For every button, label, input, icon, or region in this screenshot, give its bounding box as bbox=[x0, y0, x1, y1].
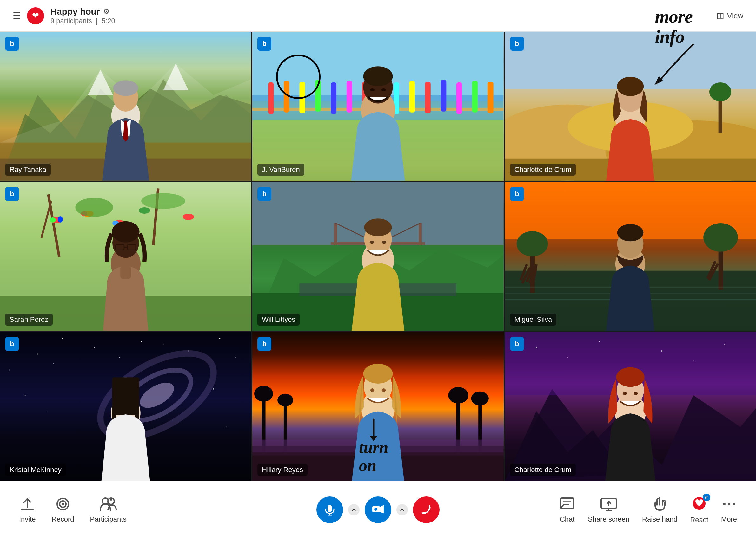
svg-rect-26 bbox=[472, 81, 478, 113]
svg-marker-163 bbox=[380, 505, 384, 513]
raise-hand-icon bbox=[653, 496, 667, 512]
bing-badge: b bbox=[5, 37, 19, 51]
raise-hand-button[interactable]: Raise hand bbox=[642, 496, 677, 523]
participant-name-sarah: Sarah Perez bbox=[5, 313, 53, 326]
grid-view-icon: ⊞ bbox=[716, 10, 724, 21]
view-button[interactable]: ⊞ View bbox=[716, 10, 743, 21]
participants-button[interactable]: Participants bbox=[90, 496, 127, 523]
svg-point-148 bbox=[634, 392, 638, 395]
settings-icon[interactable]: ⚙ bbox=[103, 8, 109, 16]
mic-icon bbox=[324, 504, 336, 516]
svg-point-111 bbox=[226, 427, 226, 428]
share-screen-label: Share screen bbox=[588, 515, 629, 523]
participant-name-charlotte1: Charlotte de Crum bbox=[510, 164, 576, 176]
more-button[interactable]: More bbox=[721, 496, 737, 523]
svg-point-99 bbox=[219, 338, 220, 339]
svg-point-49 bbox=[49, 217, 56, 223]
camera-button[interactable] bbox=[365, 497, 391, 523]
svg-point-101 bbox=[9, 370, 10, 371]
svg-point-109 bbox=[47, 411, 47, 411]
video-cell-will: b Will Littyes bbox=[252, 182, 503, 331]
mic-chevron-button[interactable] bbox=[348, 504, 359, 515]
svg-point-110 bbox=[213, 388, 214, 390]
participant-name-j: J. VanBuren bbox=[257, 164, 304, 176]
menu-icon[interactable]: ☰ bbox=[13, 11, 21, 21]
svg-point-146 bbox=[616, 367, 645, 387]
svg-point-141 bbox=[724, 344, 725, 345]
meeting-avatar: ❤ bbox=[27, 7, 44, 25]
svg-rect-25 bbox=[456, 82, 462, 114]
mic-button[interactable] bbox=[316, 497, 343, 523]
header: ☰ ❤ Happy hour ⚙ 9 participants | 5:20 ⊞… bbox=[0, 0, 756, 32]
share-screen-icon bbox=[600, 496, 617, 512]
header-left: ☰ ❤ Happy hour ⚙ 9 participants | 5:20 bbox=[13, 7, 115, 25]
svg-point-33 bbox=[382, 88, 386, 91]
more-icon bbox=[721, 496, 737, 512]
svg-point-58 bbox=[141, 193, 185, 209]
view-label: View bbox=[727, 11, 743, 20]
svg-point-143 bbox=[693, 360, 693, 361]
video-cell-charlotte1: b Charlotte de Crum bbox=[505, 32, 756, 181]
svg-point-62 bbox=[112, 221, 139, 242]
svg-point-96 bbox=[94, 348, 94, 349]
svg-point-174 bbox=[723, 503, 725, 505]
record-button[interactable]: Record bbox=[52, 496, 74, 523]
invite-button[interactable]: Invite bbox=[19, 496, 36, 523]
bing-badge-miguel: b bbox=[510, 187, 524, 201]
svg-point-154 bbox=[62, 503, 64, 505]
participants-label: Participants bbox=[90, 515, 127, 523]
svg-point-173 bbox=[706, 497, 707, 498]
share-screen-button[interactable]: Share screen bbox=[588, 496, 629, 523]
svg-point-164 bbox=[374, 508, 377, 511]
svg-point-103 bbox=[119, 357, 120, 358]
svg-rect-151 bbox=[21, 509, 33, 510]
bing-badge-sarah: b bbox=[5, 187, 19, 201]
end-call-button[interactable] bbox=[413, 497, 440, 523]
chat-label: Chat bbox=[560, 515, 574, 523]
invite-icon bbox=[19, 496, 35, 512]
svg-point-32 bbox=[370, 88, 374, 91]
meeting-info: Happy hour ⚙ 9 participants | 5:20 bbox=[50, 7, 115, 25]
toolbar-right: Chat Share screen Raise hand bbox=[559, 496, 737, 524]
svg-point-79 bbox=[370, 241, 374, 244]
svg-point-176 bbox=[732, 503, 735, 505]
svg-rect-159 bbox=[328, 505, 332, 512]
participant-name-kristal: Kristal McKinney bbox=[5, 464, 66, 476]
meeting-details: 9 participants | 5:20 bbox=[50, 17, 115, 25]
chevron-up-icon-2 bbox=[399, 507, 405, 512]
bing-badge-hillary: b bbox=[257, 337, 271, 351]
participants-icon bbox=[100, 496, 117, 512]
react-button[interactable]: React bbox=[690, 496, 708, 524]
svg-point-84 bbox=[516, 231, 548, 256]
svg-point-102 bbox=[53, 363, 54, 364]
svg-point-134 bbox=[382, 388, 386, 392]
svg-point-92 bbox=[617, 224, 644, 242]
record-label: Record bbox=[52, 515, 74, 523]
cam-chevron-button[interactable] bbox=[397, 504, 408, 515]
chat-button[interactable]: Chat bbox=[559, 496, 575, 523]
invite-label: Invite bbox=[19, 515, 36, 523]
svg-point-97 bbox=[141, 341, 142, 342]
svg-point-55 bbox=[139, 207, 150, 214]
meeting-name: Happy hour ⚙ bbox=[50, 7, 115, 17]
svg-rect-13 bbox=[268, 82, 274, 114]
participant-name-miguel: Miguel Silva bbox=[510, 313, 557, 326]
svg-point-142 bbox=[567, 357, 568, 357]
toolbar-center bbox=[316, 497, 440, 523]
participant-name-charlotte2: Charlotte de Crum bbox=[510, 464, 576, 476]
video-cell-hillary: b Hillary Reyes bbox=[252, 332, 503, 481]
video-cell-charlotte2: b Charlotte de Crum bbox=[505, 332, 756, 481]
toolbar: Invite Record Participants bbox=[0, 481, 756, 538]
participant-name-ray: Ray Tanaka bbox=[5, 164, 51, 176]
svg-point-175 bbox=[728, 503, 730, 505]
svg-point-140 bbox=[661, 350, 662, 351]
svg-rect-66 bbox=[120, 266, 131, 279]
video-cell-kristal: b Kristal McKinney bbox=[0, 332, 251, 481]
svg-point-120 bbox=[254, 386, 273, 402]
svg-rect-14 bbox=[284, 81, 289, 113]
svg-point-139 bbox=[598, 341, 599, 342]
bing-badge-c1: b bbox=[510, 37, 524, 51]
chevron-up-icon bbox=[351, 507, 357, 512]
svg-point-126 bbox=[471, 392, 489, 405]
chat-icon bbox=[559, 496, 575, 512]
